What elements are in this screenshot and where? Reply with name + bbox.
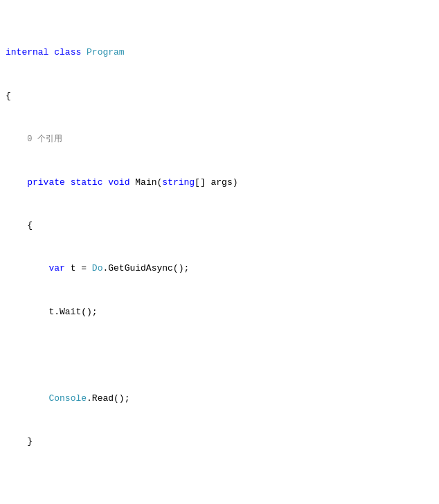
line-7: t.Wait();: [0, 305, 439, 320]
line-10: }: [0, 435, 439, 449]
line-8-blank: [0, 348, 439, 363]
code-editor: internal class Program { 0 个引用 private s…: [0, 0, 439, 504]
line-4: private static void Main(string[] args): [0, 176, 439, 190]
line-3-meta: 0 个引用: [0, 132, 439, 147]
line-11-blank: [0, 478, 439, 492]
line-2: {: [0, 89, 439, 104]
line-6: var t = Do.GetGuidAsync();: [0, 262, 439, 276]
line-1: internal class Program: [0, 46, 439, 60]
line-5: {: [0, 219, 439, 233]
line-9: Console.Read();: [0, 392, 439, 406]
